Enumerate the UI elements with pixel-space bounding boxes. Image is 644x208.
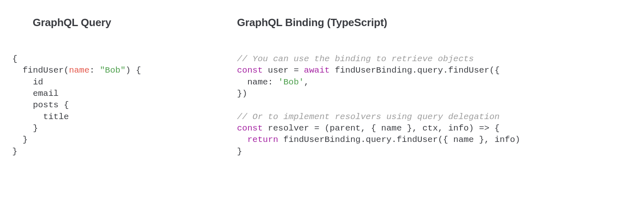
code-line: } [12, 147, 18, 156]
code-text: findUserBinding.query.findUser({ [330, 66, 500, 75]
keyword-token: const [237, 124, 263, 133]
code-text: , [304, 77, 309, 87]
comment-token: // Or to implement resolvers using query… [237, 112, 500, 122]
keyword-token: const [237, 66, 263, 75]
code-line: } [12, 135, 28, 144]
comment-token: // You can use the binding to retrieve o… [237, 54, 474, 64]
typescript-binding-code: // You can use the binding to retrieve o… [237, 53, 636, 157]
right-heading: GraphQL Binding (TypeScript) [237, 16, 636, 29]
code-line: }) [237, 89, 247, 98]
code-line: posts { [12, 100, 69, 110]
code-comparison: GraphQL Query { findUser(name: "Bob") { … [8, 16, 636, 157]
right-column: GraphQL Binding (TypeScript) // You can … [237, 16, 636, 157]
code-line: } [237, 147, 242, 156]
code-line: } [12, 124, 38, 133]
left-heading: GraphQL Query [33, 16, 221, 29]
code-text: findUserBinding.query.findUser({ name },… [278, 135, 520, 144]
code-text: name: [237, 77, 278, 87]
code-line: { [12, 54, 18, 64]
code-text: user = [263, 66, 304, 75]
code-line: id [12, 77, 43, 87]
code-text: resolver = (parent, { name }, ctx, info)… [263, 124, 500, 133]
string-token: 'Bob' [278, 77, 304, 87]
code-text: findUser( [12, 66, 69, 75]
attr-token: name [69, 66, 89, 75]
graphql-query-code: { findUser(name: "Bob") { id email posts… [12, 53, 221, 157]
string-token: "Bob" [100, 66, 125, 75]
code-line: title [12, 112, 69, 122]
code-line: email [12, 89, 58, 98]
keyword-token: return [247, 135, 278, 144]
code-text: : [89, 66, 100, 75]
left-column: GraphQL Query { findUser(name: "Bob") { … [8, 16, 221, 157]
code-text: ) { [125, 66, 141, 75]
code-text [237, 135, 247, 144]
keyword-token: await [304, 66, 330, 75]
